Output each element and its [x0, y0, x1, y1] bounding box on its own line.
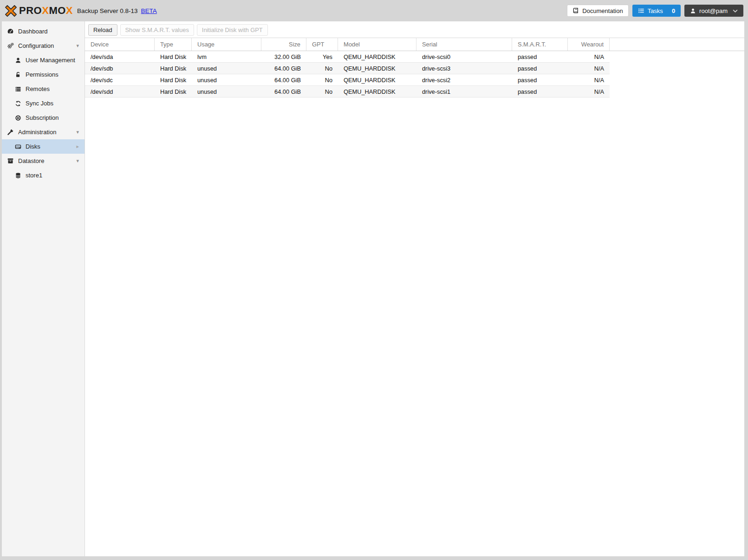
chevron-down-icon [733, 9, 738, 13]
sidebar-item-label: Permissions [26, 71, 59, 78]
sidebar-item-permissions[interactable]: Permissions [2, 67, 85, 82]
cell-serial: drive-scsi2 [416, 74, 512, 85]
tasks-label: Tasks [648, 7, 663, 14]
collapse-caret-icon[interactable]: ▾ [76, 158, 79, 163]
cell-size: 64.00 GiB [261, 74, 306, 85]
cell-device: /dev/sdb [85, 63, 155, 74]
disks-toolbar: Reload Show S.M.A.R.T. values Initialize… [85, 21, 744, 38]
column-header-serial[interactable]: Serial [416, 38, 512, 51]
tasks-button[interactable]: Tasks 0 [632, 5, 681, 17]
proxmox-backup-server-app: PROXMOX Backup Server 0.8-13 BETA Docume… [0, 0, 748, 560]
hdd-icon [14, 143, 22, 150]
header-actions: Documentation Tasks 0 root@pam [567, 5, 743, 17]
cell-model: QEMU_HARDDISK [338, 86, 416, 97]
collapse-caret-icon[interactable]: ▾ [76, 43, 79, 48]
proxmox-wordmark: PROXMOX [19, 6, 73, 16]
table-header-row: DeviceTypeUsageSizeGPTModelSerialS.M.A.R… [85, 38, 744, 51]
content-area: Dashboard Configuration ▾ [0, 21, 744, 556]
beta-link[interactable]: BETA [141, 7, 157, 14]
wrench-icon [7, 129, 14, 136]
sidebar-item-dashboard[interactable]: Dashboard [2, 24, 85, 39]
cell-smart: passed [512, 51, 568, 62]
sidebar-item-datastore[interactable]: Datastore ▾ [2, 154, 85, 168]
sidebar-item-label: Configuration [18, 42, 54, 49]
column-header-smart[interactable]: S.M.A.R.T. [512, 38, 568, 51]
column-header-wearout[interactable]: Wearout [568, 38, 610, 51]
sidebar-item-store1[interactable]: store1 [2, 168, 85, 182]
sidebar-item-label: Sync Jobs [26, 100, 53, 107]
table-row[interactable]: /dev/sddHard Diskunused64.00 GiBNoQEMU_H… [85, 86, 610, 98]
sidebar-item-subscription[interactable]: Subscription [2, 111, 85, 125]
cell-model: QEMU_HARDDISK [338, 63, 416, 74]
sidebar-item-label: store1 [26, 172, 42, 179]
sync-icon [14, 100, 22, 107]
sidebar-item-label: Administration [18, 129, 56, 136]
life-ring-icon [14, 115, 22, 121]
cell-usage: unused [192, 74, 261, 85]
table-row[interactable]: /dev/sdaHard Disklvm32.00 GiBYesQEMU_HAR… [85, 51, 610, 63]
column-header-size[interactable]: Size [261, 38, 306, 51]
cell-smart: passed [512, 74, 568, 85]
cell-type: Hard Disk [155, 51, 192, 62]
cell-type: Hard Disk [155, 74, 192, 85]
user-menu-button[interactable]: root@pam [684, 5, 743, 17]
disks-table: DeviceTypeUsageSizeGPTModelSerialS.M.A.R… [85, 38, 744, 98]
table-row[interactable]: /dev/sdbHard Diskunused64.00 GiBNoQEMU_H… [85, 63, 610, 74]
cell-size: 32.00 GiB [261, 51, 306, 62]
column-header-model[interactable]: Model [338, 38, 416, 51]
cell-device: /dev/sda [85, 51, 155, 62]
cell-wearout: N/A [568, 51, 610, 62]
sidebar-item-configuration[interactable]: Configuration ▾ [2, 39, 85, 53]
cell-model: QEMU_HARDDISK [338, 51, 416, 62]
table-row[interactable]: /dev/sdcHard Diskunused64.00 GiBNoQEMU_H… [85, 74, 610, 86]
sidebar-item-label: Disks [26, 143, 40, 150]
database-icon [14, 172, 22, 179]
sidebar-item-label: Remotes [26, 85, 50, 92]
unlock-icon [14, 72, 22, 78]
cell-wearout: N/A [568, 74, 610, 85]
column-header-gpt[interactable]: GPT [306, 38, 338, 51]
cell-gpt: No [306, 86, 338, 97]
sidebar-item-remotes[interactable]: Remotes [2, 82, 85, 96]
column-header-type[interactable]: Type [155, 38, 192, 51]
sidebar-item-label: User Management [26, 57, 75, 64]
reload-button[interactable]: Reload [88, 24, 117, 36]
cell-wearout: N/A [568, 86, 610, 97]
cell-gpt: No [306, 74, 338, 85]
gears-icon [7, 42, 14, 49]
cell-size: 64.00 GiB [261, 86, 306, 97]
initialize-disk-gpt-button[interactable]: Initialize Disk with GPT [197, 24, 268, 36]
sidebar-item-sync-jobs[interactable]: Sync Jobs [2, 96, 85, 111]
documentation-button[interactable]: Documentation [567, 5, 628, 17]
sidebar-item-disks[interactable]: Disks ▸ [2, 139, 85, 154]
cell-serial: drive-scsi0 [416, 51, 512, 62]
cell-serial: drive-scsi3 [416, 63, 512, 74]
cell-device: /dev/sdd [85, 86, 155, 97]
cell-usage: lvm [192, 51, 261, 62]
cell-size: 64.00 GiB [261, 63, 306, 74]
table-header-filler [610, 38, 744, 51]
column-header-device[interactable]: Device [85, 38, 155, 51]
cell-type: Hard Disk [155, 86, 192, 97]
expand-chevron-icon[interactable]: ▸ [76, 144, 79, 149]
archive-box-icon [7, 157, 14, 164]
user-icon [14, 57, 22, 64]
cell-gpt: No [306, 63, 338, 74]
sidebar-nav: Dashboard Configuration ▾ [2, 21, 85, 556]
book-icon [572, 7, 579, 14]
disks-panel: Reload Show S.M.A.R.T. values Initialize… [85, 21, 744, 556]
sidebar-item-label: Dashboard [18, 28, 48, 35]
proxmox-x-mark-icon [5, 5, 17, 17]
sidebar-item-label: Subscription [26, 114, 59, 121]
show-smart-values-button[interactable]: Show S.M.A.R.T. values [120, 24, 194, 36]
column-header-usage[interactable]: Usage [192, 38, 261, 51]
disk-table-body: /dev/sdaHard Disklvm32.00 GiBYesQEMU_HAR… [85, 51, 744, 98]
sidebar-item-user-management[interactable]: User Management [2, 53, 85, 67]
tasks-count-badge: 0 [672, 7, 675, 14]
sidebar-item-administration[interactable]: Administration ▾ [2, 125, 85, 139]
cell-device: /dev/sdc [85, 74, 155, 85]
collapse-caret-icon[interactable]: ▾ [76, 130, 79, 135]
app-title: Backup Server 0.8-13 [77, 7, 138, 14]
documentation-label: Documentation [582, 7, 623, 14]
cell-usage: unused [192, 63, 261, 74]
